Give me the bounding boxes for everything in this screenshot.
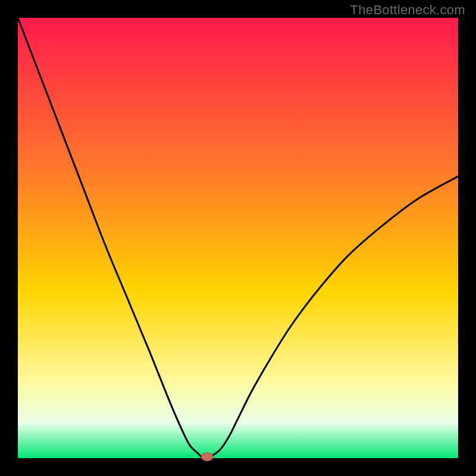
minimum-marker <box>201 453 213 461</box>
chart-svg <box>0 0 476 476</box>
chart-frame: TheBottleneck.com <box>0 0 476 476</box>
watermark-text: TheBottleneck.com <box>350 2 465 18</box>
plot-area <box>18 18 458 458</box>
